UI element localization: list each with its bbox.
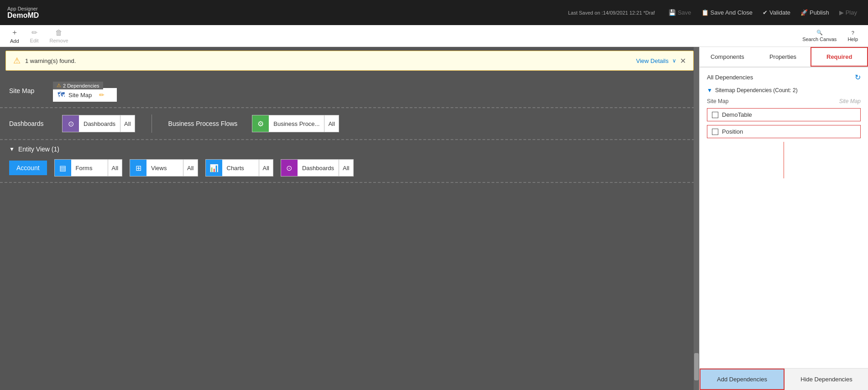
- bpf-all-button[interactable]: All: [324, 115, 338, 132]
- validate-button[interactable]: ✔ Validate: [759, 7, 794, 18]
- warning-icon: ⚠: [13, 56, 21, 66]
- views-all-button[interactable]: All: [183, 160, 197, 176]
- help-button[interactable]: ? Help: [843, 28, 863, 44]
- canvas-content: Site Map ⚠ 2 Dependencies 🗺 Site Map ✏: [0, 74, 699, 183]
- bpf-section-label: Business Process Flows: [168, 120, 238, 127]
- views-label-text: Views: [146, 165, 183, 172]
- entity-view-chevron-icon: ▼: [9, 146, 15, 152]
- dependencies-badge: ⚠ 2 Dependencies: [53, 82, 103, 89]
- all-dependencies-row: All Dependencies ↻: [707, 73, 861, 82]
- charts-icon: 📊: [209, 164, 219, 172]
- edit-button[interactable]: ✏ Edit: [26, 26, 43, 45]
- save-button[interactable]: 💾 Save: [665, 7, 695, 18]
- sitemap-block: ⚠ 2 Dependencies 🗺 Site Map ✏: [53, 88, 117, 102]
- refresh-icon[interactable]: ↻: [855, 73, 861, 82]
- app-name: DemoMD: [7, 11, 39, 20]
- dashboards-all-button[interactable]: All: [120, 115, 134, 132]
- views-icon-wrap: ⊞: [130, 160, 146, 176]
- bpf-label-text: Business Proce...: [269, 120, 324, 127]
- sitemap-dep-label: Site Map: [707, 98, 728, 104]
- entity-dashboards-icon-wrap: ⊙: [281, 160, 298, 176]
- tab-components[interactable]: Components: [700, 47, 755, 67]
- search-canvas-button[interactable]: 🔍 Search Canvas: [798, 28, 841, 44]
- all-dependencies-label: All Dependencies: [707, 74, 753, 81]
- dashboards-block[interactable]: ⊙ Dashboards All: [62, 115, 135, 132]
- forms-icon-wrap: ▤: [55, 160, 71, 176]
- divider: [152, 114, 152, 133]
- publish-button[interactable]: 🚀 Publish: [797, 7, 833, 18]
- dep-item-0[interactable]: DemoTable: [707, 108, 861, 121]
- last-saved-text: Last Saved on :14/09/2021 12:21 *Draf: [568, 10, 655, 16]
- dashboards-bpf-row: Dashboards ⊙ Dashboards All Business Pro…: [0, 108, 699, 140]
- publish-icon: 🚀: [800, 9, 808, 16]
- view-details-link[interactable]: View Details: [636, 57, 669, 64]
- remove-button[interactable]: 🗑 Remove: [45, 27, 73, 45]
- dashboards-icon: ⊙: [68, 120, 74, 128]
- red-cursor-line: [784, 142, 784, 178]
- app-designer-label: App Designer: [7, 6, 39, 11]
- app-identity: App Designer DemoMD: [7, 6, 39, 20]
- dep-warning-icon: ⚠: [57, 83, 61, 88]
- account-button[interactable]: Account: [9, 161, 47, 175]
- sitemap-map-icon: 🗺: [58, 91, 65, 99]
- entity-row: Account ▤ Forms All ⊞ Views All: [9, 159, 690, 177]
- canvas-area: ⚠ 1 warning(s) found. View Details ∨ ✕ S…: [0, 47, 699, 390]
- warning-banner: ⚠ 1 warning(s) found. View Details ∨ ✕: [5, 51, 694, 71]
- add-dependencies-button[interactable]: Add Dependencies: [700, 369, 784, 390]
- charts-label-text: Charts: [222, 165, 259, 172]
- top-bar-actions: Last Saved on :14/09/2021 12:21 *Draf 💾 …: [568, 7, 861, 18]
- sitemap-name-text: Site Map: [68, 92, 92, 99]
- sitemap-section-label: Site Map: [9, 87, 46, 94]
- main-toolbar: ＋ Add ✏ Edit 🗑 Remove 🔍 Search Canvas ? …: [0, 25, 868, 47]
- charts-all-button[interactable]: All: [259, 160, 273, 176]
- dep-checkbox-0[interactable]: [712, 112, 718, 118]
- add-button[interactable]: ＋ Add: [5, 26, 24, 46]
- forms-label-text: Forms: [71, 165, 108, 172]
- entity-view-label: Entity View (1): [18, 146, 59, 153]
- entity-dashboards-icon: ⊙: [286, 164, 292, 172]
- dashboards-section-label: Dashboards: [9, 120, 55, 127]
- views-icon: ⊞: [136, 164, 141, 172]
- panel-tabs: Components Properties Required: [700, 47, 868, 68]
- entity-dashboards-label-text: Dashboards: [298, 165, 339, 172]
- panel-content: All Dependencies ↻ ▼ Sitemap Dependencie…: [700, 68, 868, 368]
- dep-chevron-icon: ▼: [707, 87, 712, 94]
- sitemap-edit-icon[interactable]: ✏: [99, 91, 105, 99]
- sitemap-dep-header: ▼ Sitemap Dependencies (Count: 2): [707, 87, 861, 94]
- dep-item-1[interactable]: Position: [707, 125, 861, 138]
- close-warning-button[interactable]: ✕: [680, 57, 686, 65]
- remove-icon: 🗑: [55, 29, 63, 37]
- dep-checkbox-1[interactable]: [712, 129, 718, 135]
- forms-all-button[interactable]: All: [108, 160, 122, 176]
- canvas-scrollbar[interactable]: [694, 47, 699, 390]
- right-panel: Components Properties Required All Depen…: [699, 47, 868, 390]
- sitemap-inner[interactable]: 🗺 Site Map ✏: [53, 88, 117, 102]
- dashboards-label-text: Dashboards: [79, 120, 120, 127]
- dep-item-label-0: DemoTable: [722, 111, 752, 118]
- sitemap-section: Site Map ⚠ 2 Dependencies 🗺 Site Map ✏: [0, 74, 699, 108]
- play-button[interactable]: ▶ Play: [836, 7, 861, 18]
- bpf-block[interactable]: ⚙ Business Proce... All: [252, 115, 339, 132]
- entity-view-section: ▼ Entity View (1) Account ▤ Forms All: [0, 140, 699, 183]
- sitemap-dep-value: Site Map: [839, 98, 861, 104]
- tab-required[interactable]: Required: [810, 47, 868, 67]
- views-block[interactable]: ⊞ Views All: [130, 159, 198, 177]
- entity-dashboards-block[interactable]: ⊙ Dashboards All: [281, 159, 354, 177]
- forms-icon: ▤: [59, 164, 66, 172]
- entity-view-header: ▼ Entity View (1): [9, 146, 690, 153]
- forms-block[interactable]: ▤ Forms All: [54, 159, 122, 177]
- save-and-close-button[interactable]: 📋 Save And Close: [698, 7, 757, 18]
- main-layout: ⚠ 1 warning(s) found. View Details ∨ ✕ S…: [0, 47, 868, 390]
- charts-block[interactable]: 📊 Charts All: [205, 159, 273, 177]
- play-icon: ▶: [839, 9, 844, 16]
- sitemap-row: Site Map ⚠ 2 Dependencies 🗺 Site Map ✏: [9, 80, 690, 102]
- dashboards-icon-wrap: ⊙: [63, 115, 79, 132]
- tab-properties[interactable]: Properties: [755, 47, 811, 67]
- charts-icon-wrap: 📊: [206, 160, 222, 176]
- hide-dependencies-button[interactable]: Hide Dependencies: [784, 369, 868, 390]
- validate-icon: ✔: [763, 9, 768, 16]
- entity-dashboards-all-button[interactable]: All: [339, 160, 353, 176]
- warning-text: 1 warning(s) found.: [25, 57, 636, 64]
- add-icon: ＋: [11, 28, 18, 37]
- scroll-thumb: [694, 353, 699, 380]
